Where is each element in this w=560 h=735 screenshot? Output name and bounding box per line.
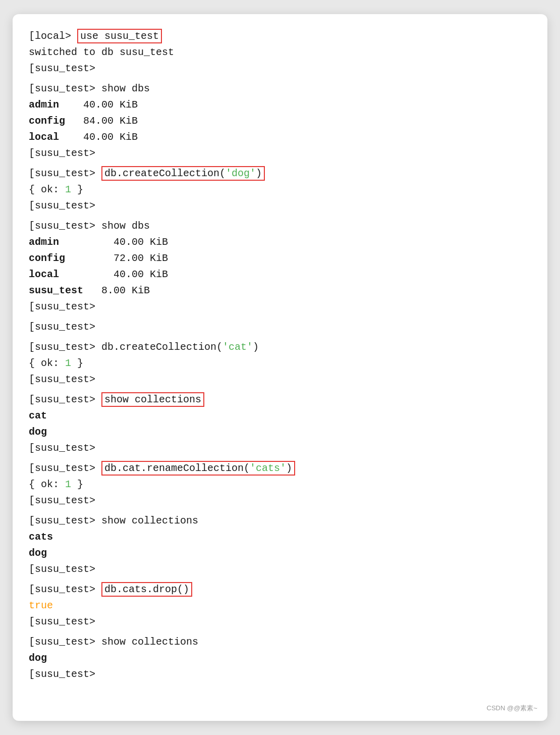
terminal-container: [local> use susu_test switched to db sus…: [13, 14, 547, 721]
line-32: [susu_test>: [29, 561, 531, 578]
line-3: [susu_test>: [29, 61, 531, 77]
line-22: [susu_test> show collections: [29, 392, 531, 408]
watermark: CSDN @@素素~: [487, 704, 537, 713]
line-1: [local> use susu_test: [29, 28, 531, 44]
line-15: local 40.00 KiB: [29, 267, 531, 283]
line-14: config 72.00 KiB: [29, 250, 531, 267]
line-9: [susu_test> db.createCollection('dog'): [29, 166, 531, 182]
line-19: [susu_test> db.createCollection('cat'): [29, 339, 531, 355]
line-21: [susu_test>: [29, 372, 531, 388]
line-17: [susu_test>: [29, 299, 531, 315]
line-28: [susu_test>: [29, 493, 531, 509]
line-10: { ok: 1 }: [29, 182, 531, 198]
terminal-content: [local> use susu_test switched to db sus…: [29, 28, 531, 682]
line-11: [susu_test>: [29, 198, 531, 214]
cmd-rename-collection: db.cat.renameCollection('cats'): [101, 461, 295, 476]
line-33: [susu_test> db.cats.drop(): [29, 582, 531, 598]
line-34: true: [29, 598, 531, 614]
line-16: susu_test 8.00 KiB: [29, 283, 531, 299]
line-20: { ok: 1 }: [29, 355, 531, 372]
line-27: { ok: 1 }: [29, 477, 531, 493]
cmd-drop-cats: db.cats.drop(): [101, 582, 192, 597]
line-25: [susu_test>: [29, 440, 531, 456]
line-23: cat: [29, 408, 531, 424]
line-8: [susu_test>: [29, 145, 531, 162]
line-5: admin 40.00 KiB: [29, 97, 531, 113]
line-38: [susu_test>: [29, 666, 531, 682]
line-7: local 40.00 KiB: [29, 129, 531, 145]
line-2: switched to db susu_test: [29, 44, 531, 61]
line-37: dog: [29, 650, 531, 666]
line-13: admin 40.00 KiB: [29, 234, 531, 250]
line-36: [susu_test> show collections: [29, 634, 531, 650]
line-24: dog: [29, 424, 531, 440]
cmd-create-collection-dog: db.createCollection('dog'): [101, 166, 265, 181]
line-35: [susu_test>: [29, 614, 531, 630]
cmd-show-collections-1: show collections: [101, 392, 204, 407]
line-4: [susu_test> show dbs: [29, 81, 531, 97]
line-18: [susu_test>: [29, 319, 531, 335]
line-12: [susu_test> show dbs: [29, 218, 531, 234]
line-29: [susu_test> show collections: [29, 513, 531, 529]
line-30: cats: [29, 529, 531, 545]
line-26: [susu_test> db.cat.renameCollection('cat…: [29, 460, 531, 477]
line-31: dog: [29, 545, 531, 561]
cmd-use-susu-test: use susu_test: [77, 29, 162, 43]
line-6: config 84.00 KiB: [29, 113, 531, 129]
